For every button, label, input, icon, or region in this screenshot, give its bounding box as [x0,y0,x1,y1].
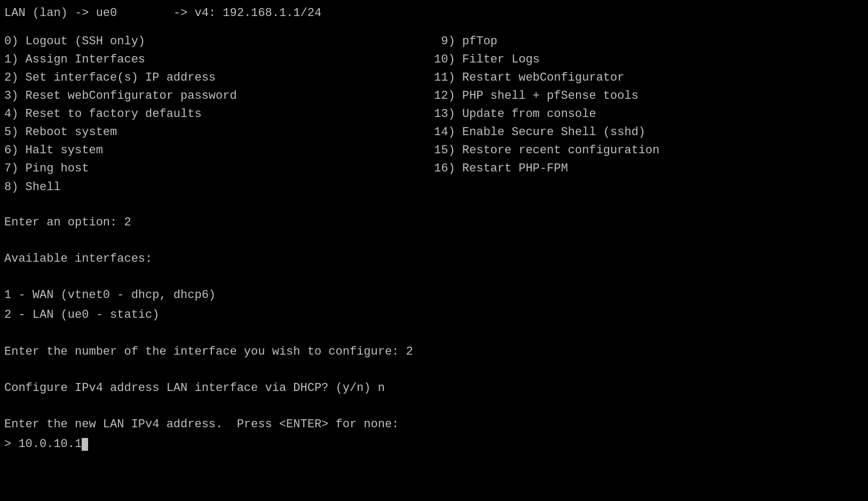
header-interface: ue0 [96,5,117,22]
menu-item-left-3: 3) Reset webConfigurator password [4,87,434,105]
menu-item-right-4: 13) Update from console [434,105,864,123]
prompt-line-0: Enter an option: 2 [4,213,864,232]
prompt-line-9: Configure IPv4 address LAN interface via… [4,378,864,398]
menu-item-right-3: 12) PHP shell + pfSense tools [434,87,864,105]
prompt-line-1 [4,232,864,249]
menu-section: 0) Logout (SSH only)1) Assign Interfaces… [4,33,864,197]
terminal: LAN (lan) -> ue0 -> v4: 192.168.1.1/24 0… [4,5,864,501]
lan-label: LAN (lan) [4,5,68,22]
menu-item-left-5: 5) Reboot system [4,123,434,142]
prompt-line-10 [4,398,864,414]
header-line: LAN (lan) -> ue0 -> v4: 192.168.1.1/24 [4,5,864,22]
prompt-line-5: 2 - LAN (ue0 - static) [4,305,864,325]
menu-item-right-5: 14) Enable Secure Shell (sshd) [434,123,864,142]
menu-col-left: 0) Logout (SSH only)1) Assign Interfaces… [4,33,434,197]
cursor [82,438,88,451]
menu-item-left-0: 0) Logout (SSH only) [4,33,434,51]
prompt-line-3 [4,269,864,285]
prompt-line-11: Enter the new LAN IPv4 address. Press <E… [4,414,864,434]
menu-item-right-0: 9) pfTop [434,33,864,51]
prompt-line-2: Available interfaces: [4,249,864,269]
prompt-section: Enter an option: 2 Available interfaces:… [4,213,864,455]
prompt-line-7: Enter the number of the interface you wi… [4,342,864,362]
menu-item-left-4: 4) Reset to factory defaults [4,105,434,123]
header-ip: v4: 192.168.1.1/24 [194,5,321,22]
menu-col-right: 9) pfTop10) Filter Logs11) Restart webCo… [434,33,864,197]
menu-item-right-6: 15) Restore recent configuration [434,142,864,160]
prompt-line-12: > 10.0.10.1 [4,434,864,454]
menu-item-left-8: 8) Shell [4,178,434,197]
prompt-line-4: 1 - WAN (vtnet0 - dhcp, dhcp6) [4,285,864,305]
menu-item-left-1: 1) Assign Interfaces [4,51,434,69]
prompt-line-6 [4,325,864,342]
header-arrow1: -> [68,5,96,22]
menu-item-right-7: 16) Restart PHP-FPM [434,160,864,178]
menu-item-right-2: 11) Restart webConfigurator [434,69,864,87]
prompt-line-8 [4,362,864,378]
menu-item-left-6: 6) Halt system [4,142,434,160]
header-arrow2: -> [117,5,194,22]
menu-item-left-2: 2) Set interface(s) IP address [4,69,434,87]
menu-item-left-7: 7) Ping host [4,160,434,178]
menu-item-right-1: 10) Filter Logs [434,51,864,69]
